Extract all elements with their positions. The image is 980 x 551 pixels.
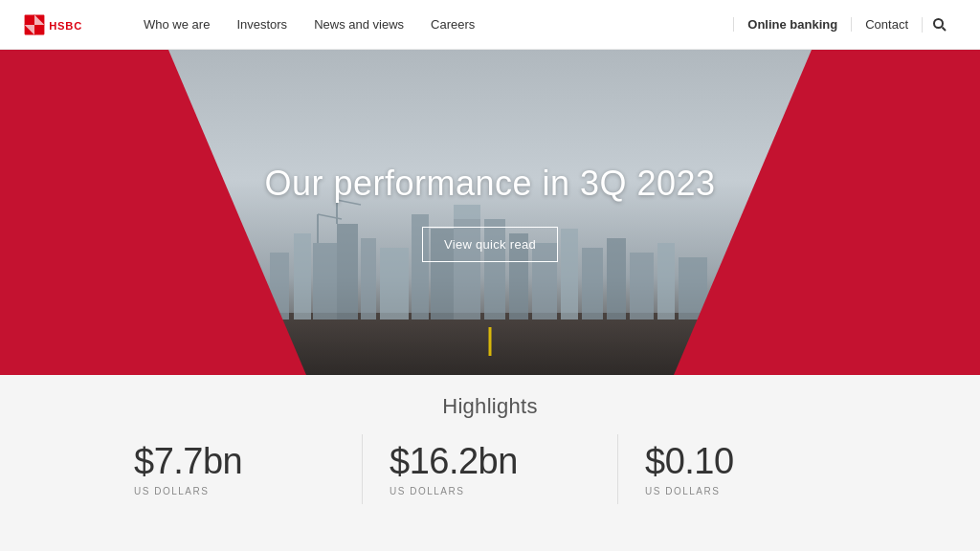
nav-investors[interactable]: Investors: [223, 17, 301, 32]
svg-rect-25: [630, 253, 654, 320]
highlights-stats: $7.7bn US DOLLARS $16.2bn US DOLLARS $0.…: [107, 434, 873, 504]
stat-label-3: US DOLLARS: [645, 486, 846, 496]
hsbc-logo[interactable]: HSBC: [23, 11, 92, 38]
stat-label-2: US DOLLARS: [390, 486, 590, 496]
highlights-title: Highlights: [442, 394, 538, 419]
hero-title: Our performance in 3Q 2023: [264, 164, 715, 204]
nav-careers[interactable]: Careers: [417, 17, 488, 32]
contact-button[interactable]: Contact: [851, 17, 922, 32]
stat-item-3: $0.10 US DOLLARS: [618, 434, 873, 504]
stat-item-1: $7.7bn US DOLLARS: [107, 434, 363, 504]
hero-content: Our performance in 3Q 2023 View quick re…: [264, 164, 715, 262]
svg-point-7: [934, 19, 943, 28]
svg-text:HSBC: HSBC: [49, 19, 82, 31]
nav-news-and-views[interactable]: News and views: [301, 17, 417, 32]
stat-value-2: $16.2bn: [390, 442, 590, 482]
online-banking-button[interactable]: Online banking: [733, 17, 851, 32]
navigation: HSBC Who we are Investors News and views…: [0, 0, 980, 50]
road-center-line: [489, 327, 492, 356]
hero-cta-button[interactable]: View quick read: [422, 227, 558, 262]
stat-item-2: $16.2bn US DOLLARS: [363, 434, 618, 504]
svg-line-8: [943, 27, 947, 31]
search-button[interactable]: [922, 17, 957, 33]
hero-section: Our performance in 3Q 2023 View quick re…: [0, 50, 980, 375]
stat-value-1: $7.7bn: [134, 442, 335, 482]
nav-links: Who we are Investors News and views Care…: [130, 17, 733, 32]
nav-right: Online banking Contact: [733, 17, 957, 33]
stat-label-1: US DOLLARS: [134, 486, 335, 496]
search-icon: [932, 17, 947, 33]
stat-value-3: $0.10: [645, 442, 846, 482]
highlights-section: Highlights $7.7bn US DOLLARS $16.2bn US …: [0, 375, 980, 551]
nav-who-we-are[interactable]: Who we are: [130, 17, 223, 32]
